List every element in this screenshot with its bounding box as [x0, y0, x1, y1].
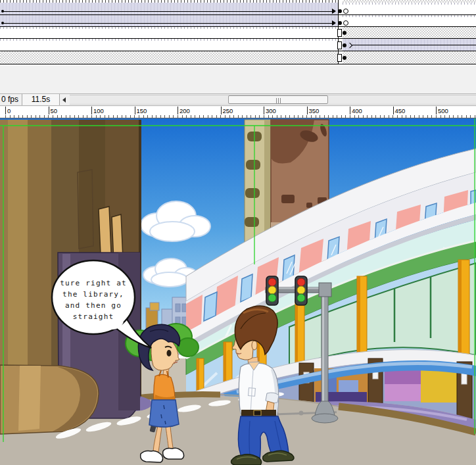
tween-arrow-icon	[3, 11, 332, 12]
ruler-label: 100	[93, 107, 104, 114]
keyframe-icon[interactable]	[343, 56, 346, 60]
ruler-label: 300	[266, 107, 276, 114]
keyframe-icon[interactable]	[343, 31, 346, 35]
ruler-label: 450	[395, 107, 406, 114]
elapsed-time-field[interactable]: 11.5s	[22, 94, 60, 105]
ruler-major-tick	[350, 107, 350, 114]
ruler-major-tick	[91, 107, 92, 114]
horizontal-scrollbar-thumb[interactable]	[228, 95, 328, 104]
svg-text:straight: straight	[73, 312, 114, 321]
keyframe-icon[interactable]	[343, 43, 346, 47]
scrollbar-grip-icon	[278, 98, 279, 103]
blank-keyframe-icon[interactable]	[343, 9, 348, 14]
blank-keyframe-icon[interactable]	[343, 20, 348, 26]
ruler-major-tick	[178, 107, 178, 114]
ruler-major-tick	[264, 107, 264, 114]
ruler-label: 150	[137, 107, 147, 114]
tween-span[interactable]	[0, 15, 338, 26]
ruler-label: 250	[223, 107, 233, 114]
timeline-panel[interactable]	[0, 0, 476, 65]
ruler-label: 0	[7, 107, 11, 114]
ruler-label: 350	[309, 107, 320, 114]
keyframe-icon[interactable]	[338, 21, 342, 25]
tween-arrowhead-icon	[332, 9, 336, 14]
frame-end-icon[interactable]	[337, 41, 342, 49]
frame-end-icon[interactable]	[337, 54, 342, 62]
tween-arrow-icon	[352, 45, 476, 45]
frame-span[interactable]	[0, 27, 338, 38]
scroll-left-arrow-icon[interactable]	[62, 97, 66, 103]
ruler-label: 500	[438, 107, 448, 114]
svg-text:ture right at: ture right at	[60, 279, 127, 287]
timeline-row-static-2[interactable]	[0, 39, 476, 51]
ruler-label: 400	[352, 107, 362, 114]
ruler-major-tick	[393, 107, 394, 114]
ruler-major-tick	[307, 107, 308, 114]
frame-span[interactable]	[0, 39, 338, 51]
frame-end-icon[interactable]	[337, 29, 342, 37]
ruler-major-tick	[135, 107, 135, 114]
ruler-major-tick	[221, 107, 222, 114]
stage-canvas[interactable]: ture right at the library, and then go s…	[0, 118, 476, 465]
timeline-row-static-1[interactable]	[0, 27, 476, 39]
empty-frames[interactable]	[343, 51, 476, 64]
tween-arrow-icon	[3, 23, 332, 24]
svg-text:and then go: and then go	[65, 301, 122, 310]
empty-frames[interactable]	[0, 51, 338, 64]
fps-label: 0 fps	[1, 94, 18, 105]
timeline-status-bar: 0 fps 11.5s	[0, 93, 476, 106]
keyframe-icon[interactable]	[338, 9, 342, 13]
tween-arrowhead-icon	[332, 20, 336, 26]
horizontal-scrollbar-track[interactable]	[70, 95, 476, 105]
ruler-major-tick	[436, 107, 437, 114]
frames[interactable]	[343, 3, 476, 14]
ruler-label: 200	[179, 107, 190, 114]
signal-head	[266, 276, 278, 305]
ruler: 050100150200250300350400450500	[0, 107, 476, 119]
ruler-label: 50	[51, 107, 58, 114]
svg-text:the library,: the library,	[62, 290, 124, 299]
frames[interactable]	[343, 15, 476, 26]
timeline-row-tween-1[interactable]	[0, 3, 476, 15]
signal-head	[295, 276, 307, 305]
empty-frames[interactable]	[343, 27, 476, 38]
timeline-row-tween-2[interactable]	[0, 15, 476, 27]
ruler-major-tick	[5, 107, 6, 114]
ruler-major-tick	[49, 107, 49, 114]
timeline-row-static-3[interactable]	[0, 51, 476, 64]
tween-span[interactable]	[0, 3, 338, 14]
timeline-empty-area	[0, 65, 476, 94]
